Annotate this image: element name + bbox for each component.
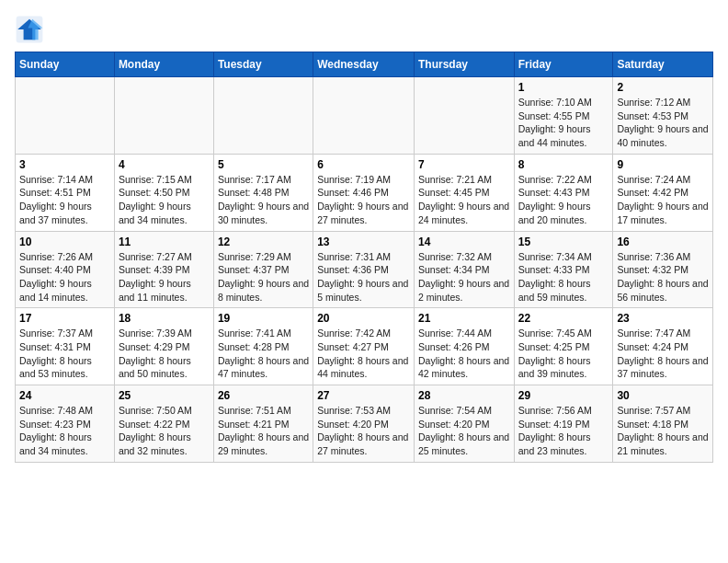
day-number: 29 xyxy=(518,389,609,402)
calendar-header-row: SundayMondayTuesdayWednesdayThursdayFrid… xyxy=(16,52,713,77)
day-number: 14 xyxy=(418,236,510,248)
calendar-cell: 25Sunrise: 7:50 AMSunset: 4:22 PMDayligh… xyxy=(114,385,213,463)
calendar-cell: 19Sunrise: 7:41 AMSunset: 4:28 PMDayligh… xyxy=(213,308,313,385)
calendar-cell: 22Sunrise: 7:45 AMSunset: 4:25 PMDayligh… xyxy=(514,308,613,385)
day-info: Sunrise: 7:42 AMSunset: 4:27 PMDaylight:… xyxy=(317,327,410,381)
day-info: Sunrise: 7:47 AMSunset: 4:24 PMDaylight:… xyxy=(617,327,709,381)
day-number: 13 xyxy=(317,236,410,248)
day-number: 15 xyxy=(518,236,609,248)
calendar-cell: 26Sunrise: 7:51 AMSunset: 4:21 PMDayligh… xyxy=(213,385,313,463)
day-info: Sunrise: 7:17 AMSunset: 4:48 PMDaylight:… xyxy=(218,173,309,227)
day-number: 2 xyxy=(617,81,709,94)
logo-icon xyxy=(15,15,44,44)
day-info: Sunrise: 7:45 AMSunset: 4:25 PMDaylight:… xyxy=(518,327,609,381)
calendar-cell: 13Sunrise: 7:31 AMSunset: 4:36 PMDayligh… xyxy=(313,231,415,308)
day-info: Sunrise: 7:14 AMSunset: 4:51 PMDaylight:… xyxy=(19,173,110,227)
day-info: Sunrise: 7:53 AMSunset: 4:20 PMDaylight:… xyxy=(317,404,410,458)
day-info: Sunrise: 7:29 AMSunset: 4:37 PMDaylight:… xyxy=(218,250,309,304)
calendar-cell: 20Sunrise: 7:42 AMSunset: 4:27 PMDayligh… xyxy=(313,308,415,385)
calendar-cell: 3Sunrise: 7:14 AMSunset: 4:51 PMDaylight… xyxy=(16,154,115,231)
calendar-cell: 24Sunrise: 7:48 AMSunset: 4:23 PMDayligh… xyxy=(16,385,115,463)
calendar-week-4: 17Sunrise: 7:37 AMSunset: 4:31 PMDayligh… xyxy=(16,308,713,385)
day-number: 17 xyxy=(19,312,110,325)
day-info: Sunrise: 7:24 AMSunset: 4:42 PMDaylight:… xyxy=(617,173,709,227)
day-info: Sunrise: 7:31 AMSunset: 4:36 PMDaylight:… xyxy=(317,250,410,304)
calendar-week-5: 24Sunrise: 7:48 AMSunset: 4:23 PMDayligh… xyxy=(16,385,713,463)
calendar-cell: 15Sunrise: 7:34 AMSunset: 4:33 PMDayligh… xyxy=(514,231,613,308)
calendar-cell: 4Sunrise: 7:15 AMSunset: 4:50 PMDaylight… xyxy=(114,154,213,231)
header-sunday: Sunday xyxy=(16,52,115,77)
day-info: Sunrise: 7:27 AMSunset: 4:39 PMDaylight:… xyxy=(119,250,210,304)
calendar-cell: 23Sunrise: 7:47 AMSunset: 4:24 PMDayligh… xyxy=(613,308,713,385)
header-monday: Monday xyxy=(114,52,213,77)
calendar-cell: 27Sunrise: 7:53 AMSunset: 4:20 PMDayligh… xyxy=(313,385,415,463)
day-number: 23 xyxy=(617,312,709,325)
day-info: Sunrise: 7:41 AMSunset: 4:28 PMDaylight:… xyxy=(218,327,309,381)
day-info: Sunrise: 7:34 AMSunset: 4:33 PMDaylight:… xyxy=(518,250,609,304)
day-number: 6 xyxy=(317,158,410,171)
calendar-cell: 5Sunrise: 7:17 AMSunset: 4:48 PMDaylight… xyxy=(213,154,313,231)
day-info: Sunrise: 7:44 AMSunset: 4:26 PMDaylight:… xyxy=(418,327,510,381)
day-number: 24 xyxy=(19,389,110,402)
day-number: 3 xyxy=(19,158,110,171)
day-number: 5 xyxy=(218,158,309,171)
day-number: 28 xyxy=(418,389,510,402)
calendar-cell xyxy=(313,77,415,155)
calendar-cell xyxy=(213,77,313,155)
day-number: 9 xyxy=(617,158,709,171)
header-wednesday: Wednesday xyxy=(313,52,415,77)
day-info: Sunrise: 7:50 AMSunset: 4:22 PMDaylight:… xyxy=(119,404,210,458)
day-info: Sunrise: 7:51 AMSunset: 4:21 PMDaylight:… xyxy=(218,404,309,458)
day-info: Sunrise: 7:57 AMSunset: 4:18 PMDaylight:… xyxy=(617,404,709,458)
day-number: 10 xyxy=(19,236,110,248)
calendar-cell: 9Sunrise: 7:24 AMSunset: 4:42 PMDaylight… xyxy=(613,154,713,231)
calendar-week-3: 10Sunrise: 7:26 AMSunset: 4:40 PMDayligh… xyxy=(16,231,713,308)
calendar-cell: 6Sunrise: 7:19 AMSunset: 4:46 PMDaylight… xyxy=(313,154,415,231)
calendar-cell: 18Sunrise: 7:39 AMSunset: 4:29 PMDayligh… xyxy=(114,308,213,385)
calendar-cell: 2Sunrise: 7:12 AMSunset: 4:53 PMDaylight… xyxy=(613,77,713,155)
day-number: 25 xyxy=(119,389,210,402)
calendar-cell: 28Sunrise: 7:54 AMSunset: 4:20 PMDayligh… xyxy=(414,385,514,463)
day-info: Sunrise: 7:15 AMSunset: 4:50 PMDaylight:… xyxy=(119,173,210,227)
day-number: 19 xyxy=(218,312,309,325)
day-number: 11 xyxy=(119,236,210,248)
header-thursday: Thursday xyxy=(414,52,514,77)
day-number: 18 xyxy=(119,312,210,325)
calendar-cell: 16Sunrise: 7:36 AMSunset: 4:32 PMDayligh… xyxy=(613,231,713,308)
day-info: Sunrise: 7:32 AMSunset: 4:34 PMDaylight:… xyxy=(418,250,510,304)
day-info: Sunrise: 7:21 AMSunset: 4:45 PMDaylight:… xyxy=(418,173,510,227)
day-number: 8 xyxy=(518,158,609,171)
day-info: Sunrise: 7:54 AMSunset: 4:20 PMDaylight:… xyxy=(418,404,510,458)
day-number: 16 xyxy=(617,236,709,248)
day-info: Sunrise: 7:36 AMSunset: 4:32 PMDaylight:… xyxy=(617,250,709,304)
calendar-week-1: 1Sunrise: 7:10 AMSunset: 4:55 PMDaylight… xyxy=(16,77,713,155)
calendar-cell: 10Sunrise: 7:26 AMSunset: 4:40 PMDayligh… xyxy=(16,231,115,308)
day-number: 21 xyxy=(418,312,510,325)
day-info: Sunrise: 7:48 AMSunset: 4:23 PMDaylight:… xyxy=(19,404,110,458)
day-info: Sunrise: 7:39 AMSunset: 4:29 PMDaylight:… xyxy=(119,327,210,381)
calendar-cell: 29Sunrise: 7:56 AMSunset: 4:19 PMDayligh… xyxy=(514,385,613,463)
day-info: Sunrise: 7:19 AMSunset: 4:46 PMDaylight:… xyxy=(317,173,410,227)
day-info: Sunrise: 7:12 AMSunset: 4:53 PMDaylight:… xyxy=(617,96,709,150)
calendar-cell: 14Sunrise: 7:32 AMSunset: 4:34 PMDayligh… xyxy=(414,231,514,308)
day-number: 12 xyxy=(218,236,309,248)
header-saturday: Saturday xyxy=(613,52,713,77)
day-number: 22 xyxy=(518,312,609,325)
calendar-cell xyxy=(414,77,514,155)
calendar-cell xyxy=(16,77,115,155)
day-number: 26 xyxy=(218,389,309,402)
day-number: 30 xyxy=(617,389,709,402)
calendar-cell: 17Sunrise: 7:37 AMSunset: 4:31 PMDayligh… xyxy=(16,308,115,385)
calendar-cell xyxy=(114,77,213,155)
day-number: 1 xyxy=(518,81,609,94)
day-number: 27 xyxy=(317,389,410,402)
calendar-cell: 30Sunrise: 7:57 AMSunset: 4:18 PMDayligh… xyxy=(613,385,713,463)
calendar-week-2: 3Sunrise: 7:14 AMSunset: 4:51 PMDaylight… xyxy=(16,154,713,231)
calendar-cell: 21Sunrise: 7:44 AMSunset: 4:26 PMDayligh… xyxy=(414,308,514,385)
day-info: Sunrise: 7:56 AMSunset: 4:19 PMDaylight:… xyxy=(518,404,609,458)
day-info: Sunrise: 7:26 AMSunset: 4:40 PMDaylight:… xyxy=(19,250,110,304)
calendar-cell: 1Sunrise: 7:10 AMSunset: 4:55 PMDaylight… xyxy=(514,77,613,155)
calendar-table: SundayMondayTuesdayWednesdayThursdayFrid… xyxy=(15,52,713,463)
day-info: Sunrise: 7:22 AMSunset: 4:43 PMDaylight:… xyxy=(518,173,609,227)
day-info: Sunrise: 7:37 AMSunset: 4:31 PMDaylight:… xyxy=(19,327,110,381)
